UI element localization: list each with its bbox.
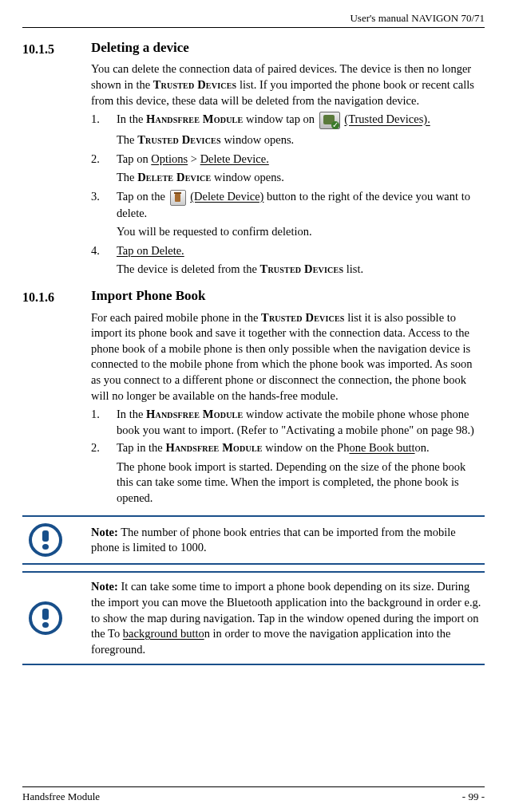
footer-left: Handsfree Module — [22, 790, 100, 804]
options-link[interactable]: Options — [151, 152, 188, 165]
trusted-devices-label: Trusted Devices — [153, 78, 237, 91]
step-2-result: The Delete Device window opens. — [117, 170, 485, 186]
step-4: 4. Tap on Delete. — [91, 243, 485, 259]
note-1: Note: The number of phone book entries t… — [22, 515, 485, 565]
intro-paragraph-2: For each paired mobile phone in the Trus… — [91, 310, 485, 404]
step-3: 3. Tap on the (Delete Device) button to … — [91, 189, 485, 221]
note-2-text: Note: It can take some time to import a … — [91, 579, 485, 657]
intro-paragraph: You can delete the connection data of pa… — [91, 61, 485, 108]
section-title: Deleting a device — [91, 39, 485, 57]
tap-delete-link[interactable]: Tap on Delete. — [117, 244, 184, 257]
trusted-devices-icon[interactable] — [319, 112, 340, 129]
section-10-1-5: 10.1.5 Deleting a device You can delete … — [22, 39, 485, 281]
step-1: 1. In the Handsfree Module window tap on… — [91, 112, 485, 129]
delete-device-link[interactable]: Delete Device. — [200, 152, 269, 165]
section-10-1-6: 10.1.6 Import Phone Book For each paired… — [22, 287, 485, 510]
footer: Handsfree Module - 99 - — [22, 786, 485, 804]
section-title: Import Phone Book — [91, 287, 485, 305]
note-icon — [29, 601, 62, 635]
note-2: Note: It can take some time to import a … — [22, 571, 485, 665]
step-1-result: The Trusted Devices window opens. — [117, 132, 485, 148]
step-4-result: The device is deleted from the Trusted D… — [117, 262, 485, 278]
step-2b: 2. Tap in the Handsfree Module window on… — [91, 440, 485, 456]
section-number: 10.1.5 — [22, 39, 91, 281]
phone-book-button-link[interactable]: one Book butt — [349, 441, 414, 454]
background-button-link[interactable]: background butto — [123, 627, 204, 640]
section-number: 10.1.6 — [22, 287, 91, 510]
header-title: User's manual NAVIGON 70/71 — [350, 12, 485, 24]
delete-device-button-link[interactable]: (Delete Device) — [190, 190, 263, 203]
step-3-result: You will be requested to confirm deletio… — [117, 224, 485, 240]
step-1b: 1. In the Handsfree Module window activa… — [91, 407, 485, 438]
content: 10.1.5 Deleting a device You can delete … — [22, 28, 485, 787]
note-1-text: Note: The number of phone book entries t… — [91, 525, 485, 556]
note-icon — [29, 523, 62, 557]
step-2b-result: The phone book import is started. Depend… — [117, 459, 485, 507]
step-2: 2. Tap on Options > Delete Device. — [91, 152, 485, 168]
header: User's manual NAVIGON 70/71 — [22, 11, 485, 28]
trusted-devices-link[interactable]: (Trusted Devices). — [344, 113, 430, 126]
footer-page-number: - 99 - — [462, 790, 485, 804]
delete-icon[interactable] — [170, 190, 186, 206]
